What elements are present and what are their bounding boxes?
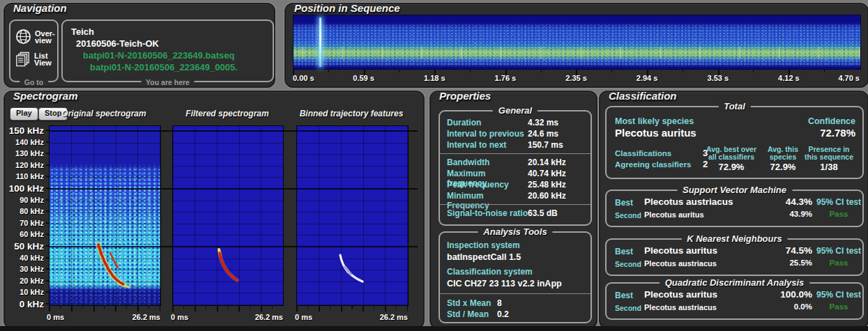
time-end-label: 26.2 ms [255,313,283,321]
spectrogram-title: Spectrogram [13,90,78,102]
freq-label: 40 kHz [5,254,44,262]
knn-group: K Nearest Neighbours Best Plecotus aurit… [605,238,864,276]
property-row: Duration4.32 ms [447,118,585,128]
freq-label: 140 kHz [5,138,44,146]
time-start-label: 0 ms [171,313,188,321]
breadcrumb-call[interactable]: batpi01-N-20160506_223649_0005. [90,62,238,72]
freq-label: 150 kHz [5,125,44,136]
time-axis-ticks [49,305,160,312]
best-value: 100.0% [780,289,812,300]
ci-test-label: 95% CI test [816,197,861,207]
svm-group-title: Support Vector Machine [677,185,792,195]
divider [440,153,591,154]
navigation-panel: Navigation Over-view ListView Go [3,3,275,88]
classification-system-value: CIC CH27 23 113 v2.2 inApp [447,279,562,288]
freq-label: 20 kHz [5,277,44,285]
binned-trajectory-plot [296,125,409,306]
classification-title: Classification [609,90,677,102]
freq-label: 10 kHz [5,288,44,296]
time-start-label: 0 ms [47,313,64,321]
position-in-sequence-title: Position in Sequence [294,2,400,14]
time-end-label: 26.2 ms [380,313,408,321]
freq-label: 0 kHz [5,299,44,309]
confidence-label: Confidence [808,116,855,126]
globe-icon [15,29,31,45]
list-view-button[interactable]: ListView [15,51,52,67]
divider [440,293,591,294]
time-tick-label: 0.59 s [353,74,374,82]
filtered-call-trace [173,126,283,305]
inspection-system-value: batInspectCall 1.5 [447,252,521,262]
overview-button[interactable]: Over-view [15,29,55,45]
freq-label: 100 kHz [5,183,44,194]
gridline-bridge [408,246,418,247]
avg-species-label: Avg. thisspecies [768,146,798,161]
time-tick-label: 4.12 s [778,74,800,82]
best-species: Plecotus auritus [644,289,717,300]
second-species: Plecotus austriacus [644,259,717,268]
qda-group: Quadratic Discriminant Analysis Best Ple… [605,282,864,320]
divider [440,204,591,205]
presence-value: 1/38 [820,162,837,172]
total-group-title: Total [718,101,751,111]
freq-label: 50 kHz [5,241,44,252]
second-value: 43.9% [789,210,812,218]
svm-group: Support Vector Machine Best Plecotus aus… [605,190,864,227]
avg-species-value: 72.9% [770,162,796,172]
most-likely-species-label: Most likely species [615,116,694,126]
sequence-spectrogram[interactable] [293,15,861,70]
analysis-tools-group: Analysis Tools Inspection system batInsp… [439,231,592,323]
time-start-label: 0 ms [295,313,312,321]
list-view-label: ListView [34,52,52,66]
you-are-here-caption: You are here [141,78,195,86]
second-label: Second [615,304,641,312]
filtered-spectrogram-header: Filtered spectrogram [185,109,268,118]
best-species: Plecotus auritus [644,245,717,256]
bat-call-trace [50,126,160,305]
property-row: Peak frequency25.48 kHz [447,180,585,190]
presence-label: Presence inthis sequence [805,146,853,161]
freq-label: 80 kHz [5,207,44,215]
ci-test-result: Pass [830,210,848,218]
best-species: Plecotus austriacus [644,197,733,207]
freq-label: 70 kHz [5,219,44,227]
properties-panel: Properties General Duration4.32 ms Inter… [429,91,597,329]
property-row: Minimum Frequency20.60 kHz [447,191,585,210]
analysis-tools-title: Analysis Tools [478,226,552,237]
window-bottom-bar [0,326,868,331]
classifications-label: Classifications [615,149,671,157]
second-label: Second [615,211,641,220]
second-species: Plecotus austriacus [644,303,717,311]
time-tick-label: 1.18 s [424,74,446,82]
go-to-group: Over-view ListView Go to [9,20,59,82]
best-label: Best [615,198,633,208]
breadcrumb-sequence[interactable]: batpi01-N-20160506_223649.batseq [83,50,235,61]
freq-label: 90 kHz [5,196,44,204]
gridline-bridge [282,130,296,132]
freq-label: 60 kHz [5,230,44,238]
stat-row: Std x Mean8 [447,298,502,308]
time-axis-ticks [172,305,283,312]
ci-test-label: 95% CI test [816,246,861,256]
property-row: Interval to next150.7 ms [447,140,585,150]
gridline-bridge [160,246,172,247]
general-group-title: General [493,105,538,116]
navigation-title: Navigation [13,2,67,14]
second-value: 0.0% [794,302,812,311]
best-value: 74.5% [786,245,812,256]
go-to-caption: Go to [20,78,48,86]
sequence-noise-texture [294,15,860,69]
best-value: 44.3% [786,197,812,207]
trajectory-trace [297,126,408,305]
best-label: Best [615,291,633,300]
property-row: Interval to previous24.6 ms [447,129,585,139]
second-species: Plecotus auritus [644,210,704,219]
play-button[interactable]: Play [10,107,38,121]
you-are-here-group: Teich 20160506-Teich-OK batpi01-N-201605… [61,20,274,82]
ci-test-result: Pass [830,259,848,267]
agreeing-classifiers-label: Agreeing classifiers [615,160,691,169]
gridline-bridge [160,188,172,190]
properties-title: Properties [439,90,491,102]
most-likely-species-value: Plecotus auritus [615,127,696,139]
freq-label: 110 kHz [5,172,44,180]
